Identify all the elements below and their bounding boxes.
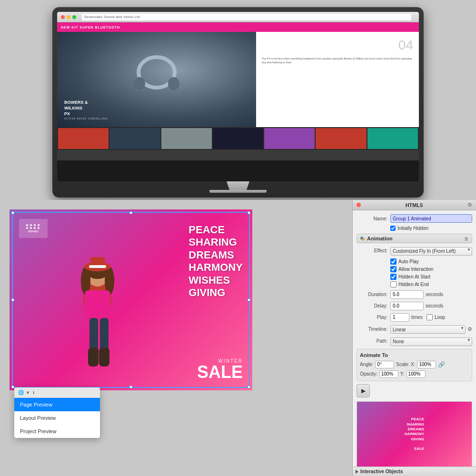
effect-field-row: Effect: Customized Fly In (From Left) ▼ [357, 246, 472, 256]
brand-logo: BRANDS [19, 219, 48, 238]
thumbnail-7[interactable] [367, 128, 418, 149]
duration-row: Duration: seconds [357, 290, 472, 299]
angle-input[interactable] [375, 361, 394, 368]
play-label: Play: [357, 315, 387, 320]
path-select-wrapper: None ▼ [390, 337, 472, 346]
timeline-label: Timeline: [357, 327, 387, 332]
inspector-title: HTML5 [363, 202, 466, 208]
imac-screen: Sevenoaks Sound and Vision Ltd NEW KIT S… [57, 12, 419, 181]
handle-top-middle[interactable] [129, 211, 132, 214]
logo-dot [26, 227, 28, 229]
canvas-inner: BRANDS [10, 209, 252, 390]
handle-bottom-right[interactable] [248, 386, 250, 388]
dropdown-header: 🌐 ▼ ℹ [14, 387, 100, 398]
effect-select[interactable]: Customized Fly In (From Left) [390, 247, 472, 256]
handle-top-left[interactable] [11, 211, 14, 214]
name-field-row: Name: [357, 214, 472, 223]
handle-top-right[interactable] [248, 211, 250, 214]
y-label: Y: [400, 371, 405, 377]
browser-bar: Sevenoaks Sound and Vision Ltd [57, 12, 419, 22]
brand-name: BRANDS [28, 230, 38, 233]
preview-area: PEACESHARINGDREAMSHARMONYGIVING SALE [357, 401, 472, 467]
expand-icon [356, 470, 358, 474]
inspector-title-bar: HTML5 ⚙ [353, 200, 476, 210]
mag-body: BOWERS & WILKINS PX ACTIVE NOISE CANCELL… [57, 32, 419, 127]
traffic-light-yellow[interactable] [67, 15, 70, 19]
animation-delete-icon[interactable]: 🗑 [464, 236, 469, 241]
traffic-light-green[interactable] [72, 15, 76, 19]
delay-label: Delay: [357, 303, 387, 308]
dropdown-globe-icon: 🌐 [18, 390, 24, 395]
play-input[interactable] [390, 313, 409, 322]
loop-checkbox[interactable] [426, 314, 433, 320]
traffic-light-red[interactable] [61, 15, 65, 19]
y-input[interactable] [407, 370, 426, 378]
logo-dots [26, 224, 40, 229]
interactive-objects-label: Interactive Objects [360, 469, 403, 474]
imac-stand [224, 181, 252, 190]
duration-label: Duration: [357, 292, 387, 297]
name-label: Name: [357, 216, 387, 221]
opacity-label: Opacity: [360, 371, 377, 377]
inspector-close-button[interactable] [357, 203, 361, 207]
timeline-field-row: Timeline: Linear Ease In Ease Out ▼ ⚙ [357, 325, 472, 334]
animate-angle-row: Angle: Scale: X: 🔗 [360, 361, 469, 368]
path-select[interactable]: None [390, 337, 472, 346]
mag-description: The PX is the first noise cancelling hea… [262, 57, 413, 65]
scale-x-input[interactable] [417, 361, 436, 368]
play-unit: times [411, 315, 423, 320]
svg-rect-14 [99, 347, 109, 367]
bowers-text: BOWERS & WILKINS PX ACTIVE NOISE CANCELL… [64, 100, 108, 120]
scale-x-label: Scale: X: [396, 362, 415, 367]
hidden-at-end-checkbox[interactable] [390, 281, 397, 288]
preview-dropdown: 🌐 ▼ ℹ Page Preview Layout Preview Projec… [14, 387, 100, 438]
handle-left-middle[interactable] [11, 298, 14, 301]
opacity-input[interactable] [379, 370, 398, 378]
logo-dot [38, 227, 40, 229]
thumbnail-3[interactable] [161, 128, 212, 149]
gear-icon[interactable]: ⚙ [467, 202, 472, 208]
imac-monitor: Sevenoaks Sound and Vision Ltd NEW KIT S… [52, 7, 424, 198]
delay-input[interactable] [390, 302, 424, 310]
allow-interaction-row: Allow Interaction [390, 266, 472, 272]
loop-row: Loop [426, 314, 445, 320]
duration-unit: seconds [426, 292, 443, 297]
dropdown-item-page-preview[interactable]: Page Preview [14, 398, 100, 411]
canvas-overlay-text: PEACESHARINGDREAMSHARMONYWISHESGIVING [188, 224, 243, 299]
mag-right: 04 The PX is the first noise cancelling … [256, 32, 419, 127]
animation-checkboxes: Auto Play Allow Interaction Hidden At St… [390, 258, 472, 288]
thumbnail-6[interactable] [316, 128, 366, 149]
name-input[interactable] [390, 214, 472, 223]
browser-url[interactable]: Sevenoaks Sound and Vision Ltd [82, 14, 411, 20]
logo-dot [30, 224, 32, 226]
dropdown-item-project-preview[interactable]: Project Preview [14, 425, 100, 438]
hidden-at-end-row: Hidden At End [390, 281, 472, 288]
allow-interaction-checkbox[interactable] [390, 266, 397, 272]
auto-play-label: Auto Play [398, 259, 419, 264]
hidden-at-start-checkbox[interactable] [390, 274, 397, 280]
duration-input[interactable] [390, 290, 424, 299]
dropdown-item-layout-preview[interactable]: Layout Preview [14, 411, 100, 425]
play-button-icon: ▶ [361, 387, 366, 394]
link-icon: 🔗 [438, 361, 445, 368]
svg-point-4 [168, 77, 179, 90]
thumbnail-4[interactable] [213, 128, 263, 149]
timeline-select[interactable]: Linear Ease In Ease Out [390, 325, 466, 334]
play-button[interactable]: ▶ [357, 384, 370, 397]
initially-hidden-checkbox[interactable] [390, 226, 396, 231]
canvas-area[interactable]: BRANDS [10, 209, 252, 390]
handle-bottom-left[interactable] [11, 386, 14, 388]
interactive-objects-bar[interactable]: Interactive Objects [353, 466, 476, 476]
initially-hidden-row: Initially Hidden [390, 226, 472, 231]
auto-play-checkbox[interactable] [390, 258, 397, 265]
thumbnail-2[interactable] [109, 128, 160, 149]
mag-header-text: NEW KIT SUPER BLUETOOTH [61, 26, 120, 29]
logo-dot [38, 224, 40, 226]
thumbnail-5[interactable] [264, 128, 315, 149]
play-row: Play: times Loop [357, 313, 472, 322]
timeline-settings-icon[interactable]: ⚙ [467, 326, 472, 332]
thumbnail-1[interactable] [58, 128, 109, 149]
animation-section-header[interactable]: 🎭 Animation 🗑 [357, 234, 472, 243]
handle-right-middle[interactable] [248, 298, 250, 301]
imac-base [209, 190, 267, 193]
